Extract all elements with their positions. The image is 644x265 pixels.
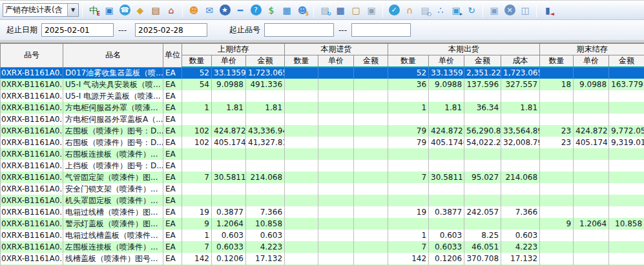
value-cell[interactable] [354,183,388,195]
value-cell[interactable] [501,113,540,125]
value-cell[interactable] [501,195,540,206]
value-cell[interactable]: 52 [182,67,212,79]
value-cell[interactable]: 95.027 [464,172,501,183]
monitor-icon[interactable]: ▣ [101,3,117,18]
cascade-icon[interactable]: ◫ [517,3,533,18]
report-refresh-icon[interactable]: ▤↻ [317,3,333,18]
value-cell[interactable]: 0.603 [429,230,464,241]
value-cell[interactable] [429,148,464,160]
table-row[interactable]: 0XRX-B1161A0...线槽盖板（喷漆件）图号...EA1420.1206… [1,253,644,264]
item-to-input[interactable] [351,23,411,37]
mail-icon[interactable]: ✉ [202,3,217,18]
value-cell[interactable] [429,195,464,206]
unit-cell[interactable]: EA [163,253,182,264]
value-cell[interactable] [574,230,609,241]
value-cell[interactable]: 1.81 [246,102,285,113]
briefcase-icon[interactable]: ▤ [148,3,163,18]
value-cell[interactable]: 1 [182,230,212,241]
value-cell[interactable]: 7 [182,172,212,183]
value-cell[interactable] [354,172,388,183]
value-cell[interactable] [429,90,464,102]
user-dollar-icon[interactable]: ☻$ [295,3,310,18]
value-cell[interactable] [354,125,388,137]
col-header-name[interactable]: 品名 [63,44,163,68]
value-cell[interactable] [540,195,574,206]
table-row[interactable]: 0XRX-B1161A0...电箱过线槽盖板（喷漆件...EA10.6030.6… [1,230,644,241]
value-cell[interactable] [285,79,318,90]
value-cell[interactable] [388,90,429,102]
group-header-shipments[interactable]: 本期出货 [388,44,540,55]
value-cell[interactable] [429,218,464,230]
value-cell[interactable] [464,195,501,206]
unit-cell[interactable]: EA [163,113,182,125]
value-cell[interactable]: 0.6033 [429,241,464,253]
value-cell[interactable] [354,90,388,102]
item-code-cell[interactable]: 0XRX-B1161A0... [1,90,63,102]
value-cell[interactable] [609,241,644,253]
table-row[interactable]: 0XRX-B1161A0...D017油雾收集器盖板（喷...EA5233.13… [1,67,644,79]
value-cell[interactable] [285,113,318,125]
value-cell[interactable] [212,113,246,125]
value-cell[interactable]: 36.34 [464,102,501,113]
value-cell[interactable]: 424.872 [574,125,609,137]
table-row[interactable]: 0XRX-B1161A0...方电柜伺服器外罩（喷漆...EA11.811.81… [1,102,644,113]
subcol-end-price[interactable]: 单价 [574,55,609,68]
value-cell[interactable] [354,137,388,148]
value-cell[interactable]: 1.81 [212,102,246,113]
value-cell[interactable]: 9 [540,218,574,230]
value-cell[interactable]: 33.1359 [212,67,246,79]
value-cell[interactable] [285,102,318,113]
item-code-cell[interactable]: 0XRX-B1161A0... [1,172,63,183]
value-cell[interactable] [609,230,644,241]
item-name-cell[interactable]: 方电柜伺服器外罩（喷漆... [63,102,163,113]
ime-icon[interactable]: 中E [86,3,101,18]
value-cell[interactable] [318,172,354,183]
subcol-purch-price[interactable]: 单价 [318,55,354,68]
value-cell[interactable]: 10.858 [246,218,285,230]
value-cell[interactable]: 9,319.017 [609,137,644,148]
value-cell[interactable]: 9,772.056 [609,125,644,137]
value-cell[interactable]: 327.557 [501,79,540,90]
value-cell[interactable] [246,148,285,160]
item-name-cell[interactable]: 警示灯盖板（喷漆件）图... [63,218,163,230]
value-cell[interactable] [354,253,388,264]
value-cell[interactable] [354,148,388,160]
value-cell[interactable]: 33.1359 [429,67,464,79]
value-cell[interactable]: 7 [182,241,212,253]
value-cell[interactable] [609,113,644,125]
value-cell[interactable] [285,183,318,195]
value-cell[interactable] [540,113,574,125]
value-cell[interactable]: 19 [182,206,212,218]
help-icon[interactable]: ? [248,3,264,18]
value-cell[interactable] [182,160,212,172]
value-cell[interactable] [501,218,540,230]
monitor-cursor-icon[interactable]: ▣▸ [448,3,464,18]
table-row[interactable]: 0XRX-B1161A0...方电柜伺服器外罩盖板A（...EA [1,113,644,125]
col-header-unit[interactable]: 单位 [163,44,182,68]
value-cell[interactable]: 9.0988 [212,79,246,90]
unit-cell[interactable]: EA [163,172,182,183]
notebook-star-icon[interactable]: ★ [217,3,233,18]
value-cell[interactable] [574,183,609,195]
value-cell[interactable] [285,172,318,183]
value-cell[interactable] [354,230,388,241]
table-row[interactable]: 0XRX-B1161A0...左围板（喷漆件）图号：D...EA102424.8… [1,125,644,137]
table-row[interactable]: 0XRX-B1161A0...U5-I 气动夹具安装板（喷...EA549.09… [1,79,644,90]
value-cell[interactable]: 9 [182,218,212,230]
value-cell[interactable] [574,160,609,172]
group-header-end-balance[interactable]: 期末结存 [540,44,644,55]
value-cell[interactable]: 56,290.855 [464,125,501,137]
subcol-prev-price[interactable]: 单价 [212,55,246,68]
value-cell[interactable] [285,67,318,79]
value-cell[interactable] [574,113,609,125]
value-cell[interactable] [318,102,354,113]
value-cell[interactable] [609,195,644,206]
value-cell[interactable] [388,195,429,206]
unit-cell[interactable]: EA [163,206,182,218]
value-cell[interactable] [574,195,609,206]
value-cell[interactable] [540,241,574,253]
window-restore-icon[interactable]: ▣ [486,3,502,18]
item-code-cell[interactable]: 0XRX-B1161A0... [1,113,63,125]
subcol-ship-amount[interactable]: 金额 [464,55,501,68]
value-cell[interactable] [212,195,246,206]
